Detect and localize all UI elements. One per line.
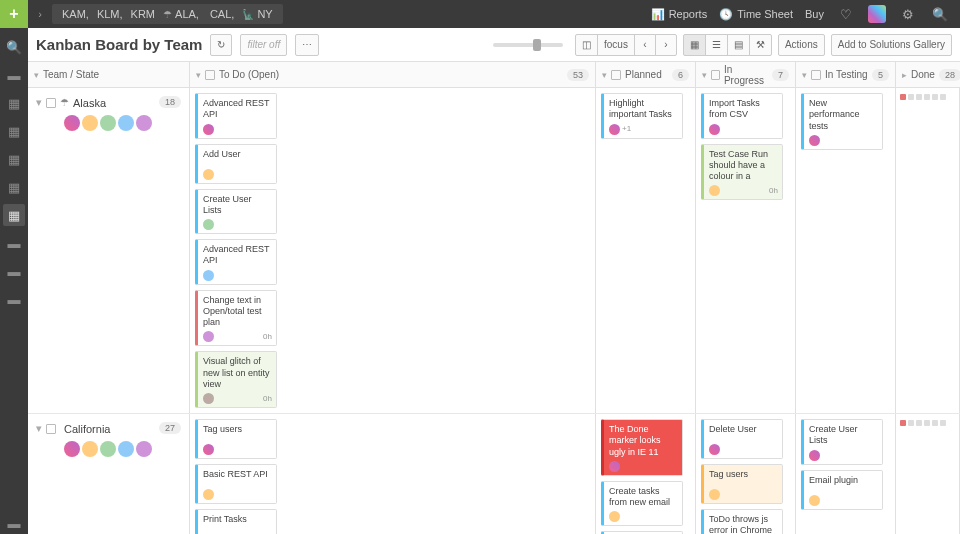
kanban-card[interactable]: Tag users: [195, 419, 277, 459]
nav-chevron-icon[interactable]: ›: [28, 0, 52, 28]
kanban-card[interactable]: ToDo throws js error in Chrome 303h: [701, 509, 783, 534]
kanban-card[interactable]: Tag users: [701, 464, 783, 504]
cards-column-intesting[interactable]: New performance tests: [796, 88, 896, 413]
kanban-card[interactable]: Basic REST API: [195, 464, 277, 504]
zoom-slider[interactable]: [493, 43, 563, 47]
cards-column-intesting[interactable]: Create User ListsEmail plugin: [796, 414, 896, 534]
grid-icon[interactable]: ▦: [3, 148, 25, 170]
kanban-card[interactable]: Visual glitch of new list on entity view…: [195, 351, 277, 408]
kanban-card[interactable]: The Done marker looks ugly in IE 11: [601, 419, 683, 476]
checkbox[interactable]: [611, 70, 621, 80]
kanban-card[interactable]: Print Tasks+1: [195, 509, 277, 534]
kanban-card[interactable]: Advanced REST API: [195, 239, 277, 285]
breadcrumb[interactable]: KAM, KLM, KRM ☂ALA, CAL, 🗽NY: [52, 4, 283, 24]
chevron-down-icon: ▾: [36, 96, 42, 109]
team-avatar: [136, 441, 152, 457]
card-meta: [809, 495, 878, 506]
card-title: Create User Lists: [203, 194, 272, 217]
column-header-todo[interactable]: ▾ To Do (Open) 53: [190, 62, 596, 87]
mini-card-dot: [916, 420, 922, 426]
checkbox[interactable]: [46, 424, 56, 434]
kanban-card[interactable]: Create User Lists: [195, 189, 277, 235]
board-icon[interactable]: ▦: [3, 204, 25, 226]
layout-split-icon[interactable]: ◫: [575, 34, 598, 56]
mini-card-dot: [932, 420, 938, 426]
timesheet-link[interactable]: 🕓Time Sheet: [719, 8, 793, 21]
count-badge: 6: [672, 69, 689, 81]
cards-column-planned[interactable]: Highlight important Tasks+1: [596, 88, 696, 413]
filter-button[interactable]: filter off: [240, 34, 287, 56]
kanban-card[interactable]: Create User Lists: [801, 419, 883, 465]
kanban-card[interactable]: Delete User: [701, 419, 783, 459]
cards-column-inprogress[interactable]: Delete UserTag usersToDo throws js error…: [696, 414, 796, 534]
view-list-icon[interactable]: ☰: [705, 34, 728, 56]
more-button[interactable]: ⋯: [295, 34, 319, 56]
kanban-card[interactable]: Add User: [195, 144, 277, 184]
assignee-avatar: [609, 461, 620, 472]
view-settings-icon[interactable]: ⚒: [749, 34, 772, 56]
refresh-button[interactable]: ↻: [210, 34, 232, 56]
add-button[interactable]: +: [0, 0, 28, 28]
kanban-card[interactable]: Email plugin: [801, 470, 883, 510]
actions-button[interactable]: Actions: [778, 34, 825, 56]
kanban-card[interactable]: Change text in Open/total test plan0h: [195, 290, 277, 347]
folder-icon[interactable]: ▬: [3, 288, 25, 310]
sidebar-search-icon[interactable]: 🔍: [3, 36, 25, 58]
focus-button[interactable]: focus: [597, 34, 635, 56]
chevron-down-icon: ▾: [702, 70, 707, 80]
board-body[interactable]: ▾ ☂ Alaska 18 Advanced REST APIAdd UserC…: [28, 88, 960, 534]
user-avatar[interactable]: [868, 5, 886, 23]
cards-column-todo[interactable]: Advanced REST APIAdd UserCreate User Lis…: [190, 88, 596, 413]
checkbox[interactable]: [711, 70, 720, 80]
clock-icon: 🕓: [719, 8, 733, 21]
folder-icon[interactable]: ▬: [3, 260, 25, 282]
folder-icon[interactable]: ▬: [3, 512, 25, 534]
view-cards-icon[interactable]: ▦: [683, 34, 706, 56]
card-title: Print Tasks: [203, 514, 272, 531]
checkbox[interactable]: [811, 70, 821, 80]
column-header-intesting[interactable]: ▾ In Testing 5: [796, 62, 896, 87]
cards-column-done[interactable]: [896, 414, 960, 534]
prev-icon[interactable]: ‹: [634, 34, 656, 56]
grid-icon[interactable]: ▦: [3, 176, 25, 198]
next-icon[interactable]: ›: [655, 34, 677, 56]
kanban-card[interactable]: Advanced REST API: [195, 93, 277, 139]
grid-icon[interactable]: ▦: [3, 92, 25, 114]
column-header-planned[interactable]: ▾ Planned 6: [596, 62, 696, 87]
folder-icon[interactable]: ▬: [3, 64, 25, 86]
cards-column-todo[interactable]: Tag usersBasic REST APIPrint Tasks+1Basi…: [190, 414, 596, 534]
folder-icon[interactable]: ▬: [3, 232, 25, 254]
kanban-card[interactable]: Create tasks from new email: [601, 481, 683, 527]
reports-link[interactable]: 📊Reports: [651, 8, 708, 21]
card-title: ToDo throws js error in Chrome 30: [709, 514, 778, 534]
lane-label[interactable]: ▾ ☂ Alaska 18: [28, 88, 190, 413]
checkbox[interactable]: [205, 70, 215, 80]
grid-icon[interactable]: ▦: [3, 120, 25, 142]
add-gallery-button[interactable]: Add to Solutions Gallery: [831, 34, 952, 56]
gear-icon[interactable]: ⚙: [898, 4, 918, 24]
lane-label[interactable]: ▾ California 27: [28, 414, 190, 534]
team-avatar: [82, 441, 98, 457]
breadcrumb-text: KRM: [131, 8, 155, 20]
card-title: Visual glitch of new list on entity view: [203, 356, 272, 390]
kanban-card[interactable]: Import Tasks from CSV: [701, 93, 783, 139]
search-icon[interactable]: 🔍: [930, 4, 950, 24]
checkbox[interactable]: [46, 98, 56, 108]
kanban-card[interactable]: New performance tests: [801, 93, 883, 150]
buy-link[interactable]: Buy: [805, 8, 824, 20]
heart-icon[interactable]: ♡: [836, 4, 856, 24]
card-title: Advanced REST API: [203, 244, 272, 267]
view-compact-icon[interactable]: ▤: [727, 34, 750, 56]
column-header-done[interactable]: ▸ Done 28: [896, 62, 960, 87]
swimlane: ▾ California 27 Tag usersBasic REST APIP…: [28, 414, 960, 534]
mini-card-dot: [932, 94, 938, 100]
cards-column-inprogress[interactable]: Import Tasks from CSVTest Case Run shoul…: [696, 88, 796, 413]
kanban-card[interactable]: Test Case Run should have a colour in a0…: [701, 144, 783, 201]
kanban-card[interactable]: Highlight important Tasks+1: [601, 93, 683, 139]
column-header-team[interactable]: ▾ Team / State: [28, 62, 190, 87]
cards-column-planned[interactable]: The Done marker looks ugly in IE 11Creat…: [596, 414, 696, 534]
card-title: Create User Lists: [809, 424, 878, 447]
zoom-handle[interactable]: [533, 39, 541, 51]
column-header-inprogress[interactable]: ▾ In Progress 7: [696, 62, 796, 87]
cards-column-done[interactable]: [896, 88, 960, 413]
